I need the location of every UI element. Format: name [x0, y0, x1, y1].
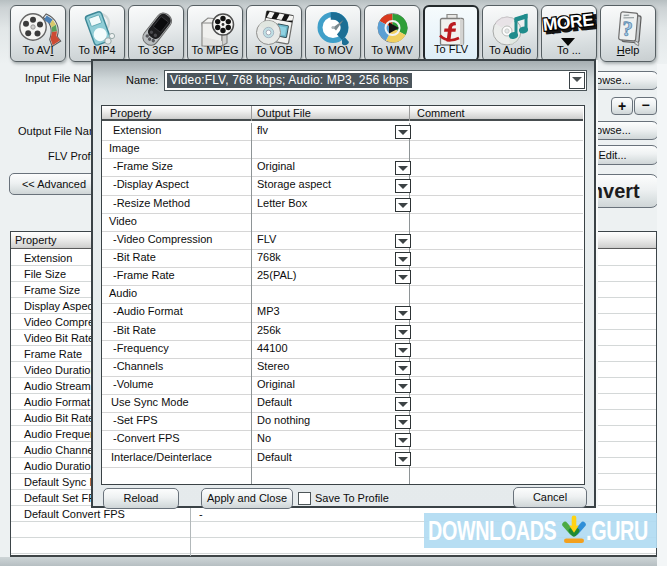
svg-text:?: ? [621, 16, 634, 41]
